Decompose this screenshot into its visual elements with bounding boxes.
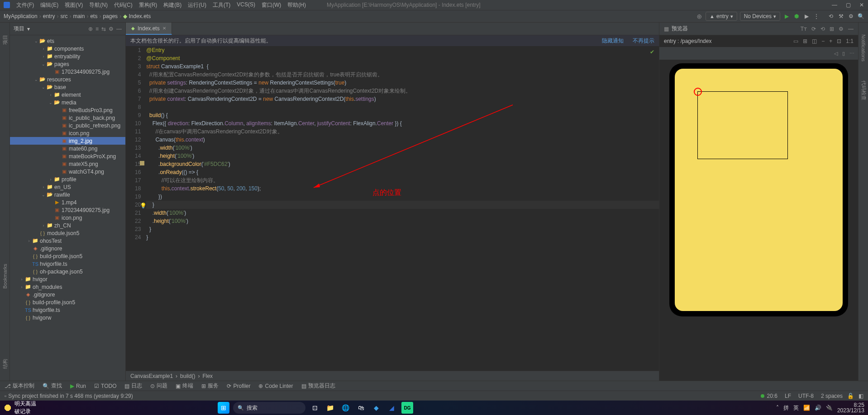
encoding[interactable]: UTF-8 <box>798 393 814 399</box>
store-icon[interactable]: 🛍 <box>355 402 367 414</box>
run-icon[interactable]: ▶ <box>783 13 790 19</box>
bookmark-icon[interactable] <box>140 161 144 165</box>
close-button[interactable]: ✕ <box>859 2 864 8</box>
bottom-toolbar-item[interactable]: ⊕Code Linter <box>258 383 293 389</box>
bottom-toolbar-item[interactable]: ⎇版本控制 <box>5 382 34 390</box>
ime-lang[interactable]: 英 <box>793 404 799 412</box>
edge-icon[interactable]: 🌐 <box>340 402 352 414</box>
breadcrumb-item[interactable]: src <box>60 13 67 19</box>
menu-item[interactable]: 重构(R) <box>136 1 160 9</box>
tree-item[interactable]: ›📁oh_modules <box>10 283 125 291</box>
widget-icon[interactable]: ◧ <box>858 393 863 399</box>
tray-chevron-icon[interactable]: ˄ <box>776 405 779 411</box>
menu-item[interactable]: 文件(F) <box>14 1 37 9</box>
settings-icon[interactable]: ⚙ <box>847 13 854 19</box>
zoom-out-icon[interactable]: − <box>821 38 825 44</box>
collapse-icon[interactable]: ⇆ <box>101 26 106 32</box>
breadcrumb-item[interactable]: ◆ Index.ets <box>123 13 151 19</box>
datagrip-icon[interactable]: DG <box>401 402 413 414</box>
breadcrumb-item[interactable]: MyApplication <box>4 13 38 19</box>
power-icon[interactable]: 🔌 <box>826 405 833 411</box>
bottom-toolbar-item[interactable]: ▤日志 <box>124 382 142 390</box>
zoom-in-icon[interactable]: + <box>829 38 832 44</box>
readonly-lock-icon[interactable]: 🔓 <box>847 393 854 399</box>
minimize-button[interactable]: — <box>832 2 837 8</box>
tree-item[interactable]: ⌄📂media <box>10 99 125 106</box>
tree-item[interactable]: ▣icon.png <box>10 129 125 137</box>
gutter-tab-bookmarks[interactable]: Bookmarks <box>2 264 8 288</box>
gutter-tab-inspection[interactable]: 代码检查 <box>860 80 867 100</box>
tree-item[interactable]: ▣ic_public_back.png <box>10 114 125 122</box>
tree-item[interactable]: TShvigorfile.ts <box>10 306 125 314</box>
zoom-fit-icon[interactable]: ⊡ <box>837 38 841 44</box>
indent-setting[interactable]: 2 spaces <box>821 393 843 399</box>
panel-icon[interactable]: ▯ <box>842 51 845 57</box>
menu-item[interactable]: 帮助(H) <box>285 1 309 9</box>
zoom-ratio[interactable]: 1:1 <box>846 38 854 44</box>
locate-icon[interactable]: ⊕ <box>88 26 93 32</box>
breadcrumb-item[interactable]: ets <box>90 13 97 19</box>
bottom-toolbar-item[interactable]: ☑TODO <box>94 383 116 389</box>
tree-item[interactable]: ▣1702344909275.jpg <box>10 68 125 75</box>
gear-icon[interactable]: ⚙ <box>839 26 844 32</box>
tree-item[interactable]: ⌄📂ets <box>10 37 125 45</box>
grid-icon[interactable]: ⊞ <box>803 38 807 44</box>
search-icon[interactable]: 🔍 <box>857 13 864 19</box>
layers-icon[interactable]: ◫ <box>812 38 817 44</box>
more-icon[interactable]: ⋯ <box>849 51 854 57</box>
bottom-toolbar-item[interactable]: ▤预览器日志 <box>301 382 335 390</box>
font-icon[interactable]: Tᴛ <box>801 26 807 32</box>
device-icon[interactable]: ▭ <box>793 38 798 44</box>
explorer-icon[interactable]: 📁 <box>324 402 336 414</box>
deveco-icon[interactable]: ◢ <box>386 402 398 414</box>
task-view-icon[interactable]: ⊡ <box>309 402 321 414</box>
tree-item[interactable]: ⌄📂base <box>10 83 125 91</box>
tree-item[interactable]: ▣mateBookProX.png <box>10 152 125 160</box>
ime-pinyin[interactable]: 拼 <box>783 404 789 412</box>
code-editor[interactable]: 123456789101112131415161718192021222324 … <box>126 46 659 371</box>
menu-item[interactable]: 工具(T) <box>210 1 233 9</box>
banner-hide-link[interactable]: 隐藏通知 <box>602 37 624 45</box>
menu-item[interactable]: 代码(C) <box>111 1 135 9</box>
menu-item[interactable]: VCS(S) <box>234 1 258 9</box>
tree-item[interactable]: { }hvigorw <box>10 314 125 321</box>
gutter-tab-structure[interactable]: 结构 <box>1 359 8 369</box>
tree-item[interactable]: ◈.gitignore <box>10 245 125 252</box>
tree-item[interactable]: { }build-profile.json5 <box>10 298 125 306</box>
crumb-struct[interactable]: CanvasExample1 <box>130 373 173 379</box>
tree-item[interactable]: ⌄📂pages <box>10 60 125 68</box>
taskbar-weather[interactable]: 明天高温 破记录 <box>4 400 36 415</box>
caret-position[interactable]: 20:6 <box>767 393 777 399</box>
tree-item[interactable]: ▣freeBudsPro3.png <box>10 106 125 114</box>
tree-item[interactable]: ⌄📂resources <box>10 75 125 83</box>
gear-icon[interactable]: ⚙ <box>109 26 114 32</box>
device-selector[interactable]: No Devices ▾ <box>740 12 780 21</box>
rotate-icon[interactable]: ⟲ <box>820 26 825 32</box>
gutter-tab-notifications[interactable]: Notifications <box>861 34 866 61</box>
tree-item[interactable]: ▶1.mp4 <box>10 198 125 206</box>
tree-item[interactable]: { }build-profile.json5 <box>10 252 125 260</box>
sync-icon[interactable]: ⟲ <box>827 13 835 19</box>
tree-item[interactable]: ▣img_2.jpg <box>10 137 125 145</box>
tree-item[interactable]: ▣mate60.png <box>10 145 125 152</box>
crumb-method[interactable]: build() <box>180 373 195 379</box>
tree-item[interactable]: ▣1702344909275.jpg <box>10 206 125 214</box>
tree-item[interactable]: ›📁en_US <box>10 183 125 191</box>
tree-item[interactable]: ▣ic_public_refresh.png <box>10 122 125 129</box>
close-tab-icon[interactable]: ✕ <box>162 26 166 31</box>
start-button[interactable]: ⊞ <box>218 402 229 414</box>
taskbar-search[interactable]: 🔍 搜索 <box>233 402 305 414</box>
vscode-icon[interactable]: ◆ <box>371 402 382 414</box>
line-separator[interactable]: LF <box>785 393 791 399</box>
tree-item[interactable]: ▣icon.png <box>10 214 125 222</box>
tree-item[interactable]: { }oh-package.json5 <box>10 268 125 275</box>
bottom-toolbar-item[interactable]: ⊙问题 <box>150 382 167 390</box>
tree-item[interactable]: ›📁profile <box>10 175 125 183</box>
hide-panel-icon[interactable]: — <box>848 26 854 32</box>
coverage-icon[interactable]: ▶ <box>803 13 810 19</box>
hammer-icon[interactable]: ⚒ <box>837 13 844 19</box>
menu-item[interactable]: 视图(V) <box>62 1 86 9</box>
breadcrumb-item[interactable]: main <box>73 13 85 19</box>
taskbar-clock[interactable]: 8:25 2023/12/13 <box>837 402 864 413</box>
bottom-toolbar-item[interactable]: ⟳Profiler <box>227 383 250 389</box>
